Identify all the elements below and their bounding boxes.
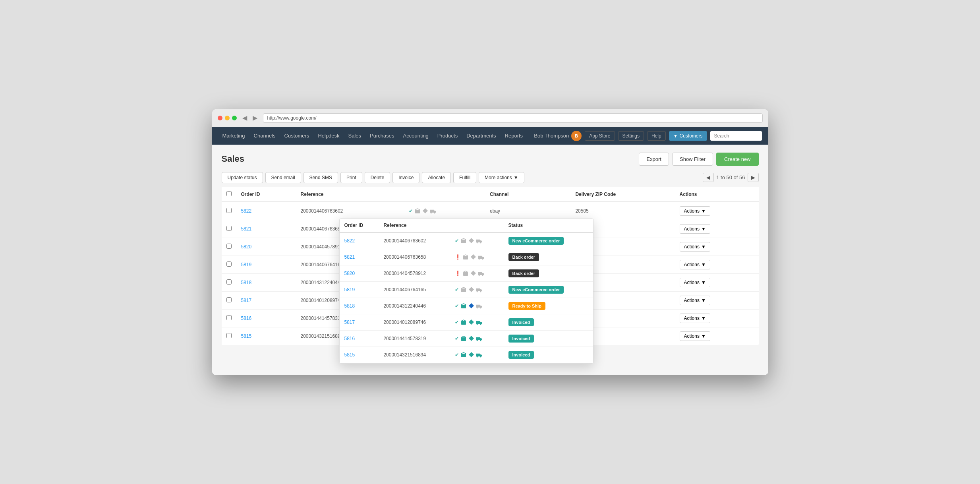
row-checkbox[interactable] (226, 297, 232, 302)
box-icon (460, 238, 467, 244)
status-badge: Back order (508, 269, 539, 277)
forward-button[interactable]: ▶ (251, 114, 259, 122)
overlay-order-id-link[interactable]: 5819 (344, 287, 355, 292)
next-page-button[interactable]: ▶ (748, 173, 759, 182)
overlay-order-id-link[interactable]: 5820 (344, 271, 355, 276)
error-icon: ❗ (455, 254, 461, 260)
row-zip: 20505 (570, 202, 675, 220)
nav-item-channels[interactable]: Channels (250, 130, 280, 141)
order-id-link[interactable]: 5819 (241, 262, 252, 267)
order-id-link[interactable]: 5820 (241, 244, 252, 250)
row-reference: 2000014406763602 (296, 202, 404, 220)
overlay-order-id-link[interactable]: 5818 (344, 303, 355, 309)
actions-button[interactable]: Actions ▼ (680, 224, 710, 234)
actions-button[interactable]: Actions ▼ (680, 242, 710, 252)
fulfill-button[interactable]: Fulfill (453, 172, 476, 183)
actions-button[interactable]: Actions ▼ (680, 296, 710, 305)
row-actions: Actions ▼ (675, 291, 759, 309)
select-all-checkbox[interactable] (226, 191, 232, 196)
row-checkbox[interactable] (226, 333, 232, 338)
chevron-down-icon: ▼ (701, 244, 706, 250)
svg-point-58 (479, 258, 480, 259)
row-checkbox[interactable] (226, 279, 232, 285)
svg-point-95 (480, 356, 481, 357)
url-bar[interactable] (263, 113, 763, 123)
svg-marker-57 (482, 256, 484, 259)
overlay-reference: 2000014406763602 (379, 232, 450, 249)
send-sms-button[interactable]: Send SMS (303, 172, 338, 183)
row-checkbox[interactable] (226, 261, 232, 267)
order-id-link[interactable]: 5818 (241, 280, 252, 285)
overlay-order-id-link[interactable]: 5822 (344, 238, 355, 244)
help-button[interactable]: Help (647, 131, 666, 141)
actions-button[interactable]: Actions ▼ (680, 206, 710, 216)
svg-rect-86 (476, 337, 480, 340)
invoice-button[interactable]: Invoice (392, 172, 419, 183)
svg-rect-56 (478, 256, 482, 258)
dot-yellow[interactable] (225, 116, 230, 120)
actions-button[interactable]: Actions ▼ (680, 260, 710, 269)
export-button[interactable]: Export (639, 153, 669, 166)
overlay-order-id-link[interactable]: 5821 (344, 254, 355, 260)
overlay-order-id-link[interactable]: 5817 (344, 319, 355, 325)
nav-item-helpdesk[interactable]: Helpdesk (314, 130, 343, 141)
nav-item-reports[interactable]: Reports (501, 130, 527, 141)
row-checkbox[interactable] (226, 315, 232, 320)
dot-green[interactable] (232, 116, 237, 120)
actions-button[interactable]: Actions ▼ (680, 278, 710, 287)
actions-label: Actions (684, 298, 700, 303)
prev-page-button[interactable]: ◀ (703, 173, 714, 182)
create-new-button[interactable]: Create new (716, 153, 758, 166)
allocate-button[interactable]: Allocate (422, 172, 451, 183)
order-id-link[interactable]: 5816 (241, 316, 252, 321)
nav-item-accounting[interactable]: Accounting (399, 130, 433, 141)
truck-icon (478, 254, 484, 260)
row-checkbox[interactable] (226, 244, 232, 249)
update-status-button[interactable]: Update status (222, 172, 263, 183)
status-icons: ❗ (455, 270, 499, 277)
order-id-link[interactable]: 5821 (241, 226, 252, 232)
nav-item-customers[interactable]: Customers (280, 130, 313, 141)
toolbar-left: Update status Send email Send SMS Print … (222, 172, 524, 183)
show-filter-button[interactable]: Show Filter (672, 153, 713, 166)
truck-icon (476, 303, 482, 309)
browser-bar: ◀ ▶ (212, 109, 768, 127)
nav-item-sales[interactable]: Sales (344, 130, 365, 141)
delete-button[interactable]: Delete (365, 172, 390, 183)
diamond-icon (468, 238, 474, 244)
actions-label: Actions (684, 262, 700, 267)
settings-button[interactable]: Settings (618, 131, 644, 141)
customers-dropdown-button[interactable]: ▼ Customers (669, 131, 707, 141)
dot-red[interactable] (218, 116, 222, 120)
nav-item-products[interactable]: Products (433, 130, 462, 141)
actions-button[interactable]: Actions ▼ (680, 314, 710, 323)
order-id-link[interactable]: 5815 (241, 333, 252, 339)
actions-button[interactable]: Actions ▼ (680, 331, 710, 341)
check-icon: ✔ (455, 336, 459, 341)
check-icon: ✔ (455, 352, 459, 358)
svg-rect-50 (476, 239, 480, 242)
svg-rect-60 (463, 272, 468, 276)
overlay-order-id: 5818 (340, 298, 379, 314)
order-id-link[interactable]: 5822 (241, 208, 252, 214)
print-button[interactable]: Print (340, 172, 362, 183)
overlay-order-id-link[interactable]: 5815 (344, 352, 355, 358)
nav-item-departments[interactable]: Departments (462, 130, 500, 141)
send-email-button[interactable]: Send email (265, 172, 301, 183)
app-store-button[interactable]: App Store (585, 131, 615, 141)
row-checkbox[interactable] (226, 226, 232, 231)
nav-item-purchases[interactable]: Purchases (366, 130, 398, 141)
nav-user-name: Bob Thompson (534, 133, 569, 139)
back-button[interactable]: ◀ (241, 114, 249, 122)
svg-point-5 (434, 212, 435, 213)
nav-item-marketing[interactable]: Marketing (218, 130, 249, 141)
overlay-order-id: 5821 (340, 249, 379, 265)
order-id-link[interactable]: 5817 (241, 298, 252, 303)
search-input[interactable] (710, 131, 762, 141)
svg-rect-54 (463, 256, 468, 259)
overlay-order-id-link[interactable]: 5816 (344, 336, 355, 341)
nav-user: Bob Thompson B (534, 131, 582, 141)
overlay-row: 5821 2000014406763658 ❗ Back order (340, 249, 593, 265)
more-actions-button[interactable]: More actions ▼ (479, 172, 524, 183)
row-checkbox[interactable] (226, 208, 232, 213)
